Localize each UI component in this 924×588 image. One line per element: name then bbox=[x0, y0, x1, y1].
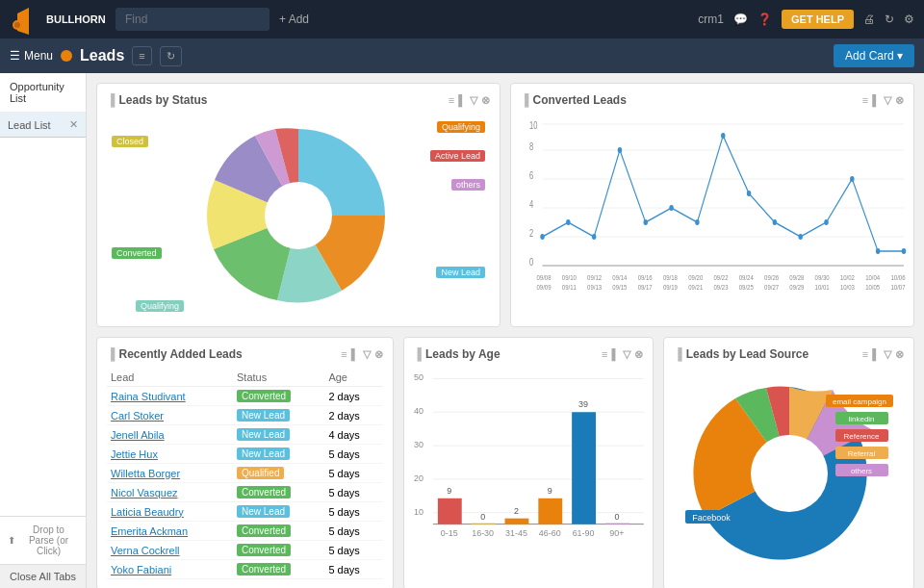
settings-icon[interactable]: ⚙ bbox=[904, 13, 914, 26]
add-card-button[interactable]: Add Card ▾ bbox=[834, 44, 914, 67]
status-cell: Converted bbox=[233, 541, 324, 560]
add-button[interactable]: + Add bbox=[279, 13, 309, 26]
refresh-leads-button[interactable]: ↻ bbox=[160, 46, 182, 66]
print-icon[interactable]: 🖨 bbox=[863, 13, 875, 26]
lead-name-cell[interactable]: Carl Stoker bbox=[107, 406, 233, 425]
close-tab-icon[interactable]: ✕ bbox=[69, 118, 78, 131]
menu-dots-icon3[interactable]: ≡ bbox=[341, 348, 346, 361]
svg-text:10/06: 10/06 bbox=[890, 273, 905, 281]
table-row: Willetta Borger Qualified 5 days bbox=[107, 464, 383, 483]
menu-dots-icon2[interactable]: ≡ bbox=[862, 94, 868, 107]
drop-parse-area[interactable]: ⬆ Drop to Parse (or Click) bbox=[0, 517, 86, 564]
status-cell: Converted bbox=[233, 522, 324, 541]
svg-point-21 bbox=[669, 205, 674, 211]
svg-text:0-15: 0-15 bbox=[440, 528, 457, 538]
table-row: Carl Stoker New Lead 2 days bbox=[107, 406, 383, 425]
filter-icon3[interactable]: ▽ bbox=[363, 348, 371, 361]
status-cell: New Lead bbox=[233, 502, 324, 522]
svg-point-23 bbox=[721, 133, 726, 139]
bottom-cards-row: ▐ Recently Added Leads ≡ ▌ ▽ ⊗ Lead Stat… bbox=[96, 337, 914, 588]
refresh-icon[interactable]: ↻ bbox=[885, 13, 894, 26]
list-view-button[interactable]: ≡ bbox=[132, 46, 151, 65]
bar-chart-svg: 50 40 30 20 10 bbox=[414, 369, 644, 547]
col-status: Status bbox=[233, 369, 324, 387]
others-label: others bbox=[451, 177, 485, 191]
col-age: Age bbox=[324, 369, 382, 387]
close-card-icon[interactable]: ⊗ bbox=[481, 94, 490, 107]
help-icon[interactable]: ❓ bbox=[757, 13, 772, 26]
bar-chart-icon2[interactable]: ▌ bbox=[872, 94, 880, 107]
close-card-icon3[interactable]: ⊗ bbox=[374, 348, 383, 361]
svg-text:09/19: 09/19 bbox=[663, 283, 678, 291]
sidebar-item-opportunity[interactable]: Opportunity List bbox=[0, 73, 86, 113]
search-input[interactable] bbox=[116, 8, 270, 31]
menu-dots-icon4[interactable]: ≡ bbox=[602, 348, 607, 361]
card-header-icons5: ≡ ▌ ▽ ⊗ bbox=[862, 348, 904, 361]
bar-chart-icon[interactable]: ▌ bbox=[458, 94, 466, 107]
lead-name-cell[interactable]: Verna Cockrell bbox=[107, 541, 233, 560]
filter-icon5[interactable]: ▽ bbox=[884, 348, 891, 361]
svg-text:09/28: 09/28 bbox=[789, 273, 804, 281]
bar-chart-icon4[interactable]: ▌ bbox=[611, 348, 619, 361]
lead-name-cell[interactable]: Raina Studivant bbox=[107, 387, 233, 406]
age-cell: 5 days bbox=[324, 445, 382, 464]
svg-text:09/27: 09/27 bbox=[764, 283, 779, 291]
get-help-button[interactable]: GET HELP bbox=[782, 10, 854, 29]
card-bar-icon2: ▐ bbox=[521, 93, 529, 107]
filter-icon[interactable]: ▽ bbox=[470, 94, 477, 107]
svg-point-16 bbox=[540, 234, 545, 240]
leads-by-source-card: ▐ Leads by Lead Source ≡ ▌ ▽ ⊗ bbox=[663, 337, 914, 588]
age-cell: 5 days bbox=[324, 541, 382, 560]
age-cell: 5 days bbox=[324, 464, 382, 483]
lead-name-cell[interactable]: Yoko Fabiani bbox=[107, 560, 233, 579]
card-bar-icon4: ▐ bbox=[414, 347, 423, 361]
svg-text:16-30: 16-30 bbox=[472, 528, 494, 538]
sidebar-tab-lead-list[interactable]: Lead List ✕ bbox=[0, 113, 86, 138]
table-row: Emerita Ackman Converted 5 days bbox=[107, 522, 383, 541]
svg-text:2: 2 bbox=[529, 228, 533, 239]
bullhorn-logo bbox=[10, 4, 40, 35]
svg-text:10/01: 10/01 bbox=[815, 283, 830, 291]
top-navbar: BULLHORN + Add crm1 💬 ❓ GET HELP 🖨 ↻ ⚙ bbox=[0, 0, 924, 38]
page-title-area: Leads bbox=[61, 47, 124, 64]
svg-text:others: others bbox=[851, 467, 872, 475]
close-card-icon5[interactable]: ⊗ bbox=[895, 348, 904, 361]
menu-dots-icon5[interactable]: ≡ bbox=[862, 348, 868, 361]
leads-by-source-title: Leads by Lead Source bbox=[686, 347, 808, 361]
table-row: Jettie Hux New Lead 5 days bbox=[107, 445, 383, 464]
donut-chart-svg: Facebook email campaign linkedin Referen… bbox=[683, 385, 895, 563]
lead-name-cell[interactable]: Jenell Abila bbox=[107, 425, 233, 445]
bar-chart-icon3[interactable]: ▌ bbox=[351, 348, 359, 361]
svg-text:09/29: 09/29 bbox=[789, 283, 804, 291]
card-bar-icon: ▐ bbox=[107, 93, 116, 107]
close-card-icon4[interactable]: ⊗ bbox=[634, 348, 643, 361]
bar-chart-icon5[interactable]: ▌ bbox=[872, 348, 880, 361]
lead-name-cell[interactable]: Laticia Beaudry bbox=[107, 502, 233, 522]
filter-icon4[interactable]: ▽ bbox=[623, 348, 630, 361]
svg-point-90 bbox=[751, 435, 828, 512]
svg-text:10/05: 10/05 bbox=[865, 283, 880, 291]
svg-point-27 bbox=[824, 219, 829, 225]
leads-by-status-card: ▐ Leads by Status ≡ ▌ ▽ ⊗ bbox=[96, 83, 500, 327]
svg-rect-76 bbox=[504, 519, 528, 524]
drop-parse-label: Drop to Parse (or Click) bbox=[19, 524, 78, 556]
line-chart-svg: 10 8 6 4 2 0 bbox=[521, 115, 904, 307]
card-header-status: ▐ Leads by Status ≡ ▌ ▽ ⊗ bbox=[107, 93, 490, 107]
lead-name-cell[interactable]: Willetta Borger bbox=[107, 464, 233, 483]
svg-text:8: 8 bbox=[529, 141, 533, 152]
menu-button[interactable]: ☰ Menu bbox=[10, 49, 53, 63]
svg-text:09/13: 09/13 bbox=[587, 283, 602, 291]
table-row: Raina Studivant Converted 2 days bbox=[107, 387, 383, 406]
svg-point-24 bbox=[747, 191, 752, 196]
status-cell: New Lead bbox=[233, 406, 324, 425]
close-card-icon2[interactable]: ⊗ bbox=[895, 94, 904, 107]
converted-leads-title: Converted Leads bbox=[533, 93, 627, 107]
menu-dots-icon[interactable]: ≡ bbox=[449, 94, 454, 107]
lead-name-cell[interactable]: Jettie Hux bbox=[107, 445, 233, 464]
chat-icon[interactable]: 💬 bbox=[733, 13, 748, 26]
lead-name-cell[interactable]: Nicol Vasquez bbox=[107, 483, 233, 502]
close-all-tabs-button[interactable]: Close All Tabs bbox=[0, 564, 86, 588]
lead-name-cell[interactable]: Emerita Ackman bbox=[107, 522, 233, 541]
leads-dot bbox=[61, 50, 72, 62]
filter-icon2[interactable]: ▽ bbox=[884, 94, 891, 107]
